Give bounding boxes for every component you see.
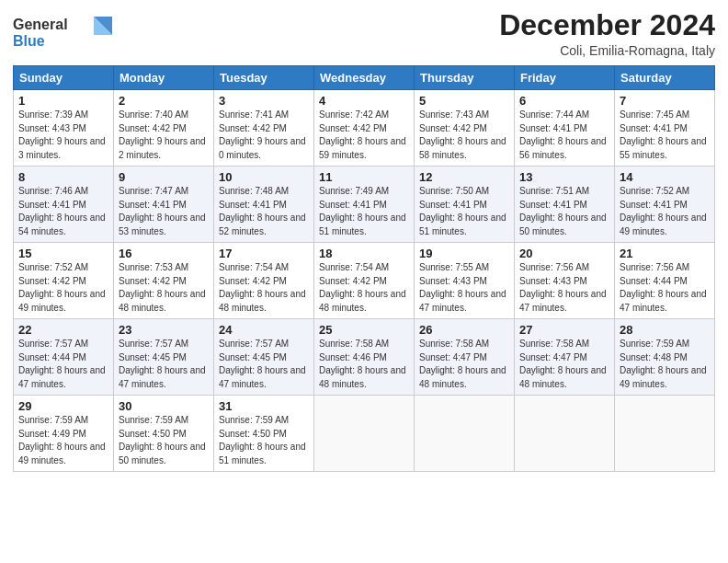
day-number: 4 — [319, 94, 409, 108]
calendar-cell: 30 Sunrise: 7:59 AMSunset: 4:50 PMDaylig… — [114, 396, 214, 472]
calendar-cell: 11 Sunrise: 7:49 AMSunset: 4:41 PMDaylig… — [314, 167, 415, 243]
header: General Blue December 2024 Coli, Emilia-… — [13, 9, 715, 58]
calendar-cell: 14 Sunrise: 7:52 AMSunset: 4:41 PMDaylig… — [615, 167, 715, 243]
calendar-cell: 28 Sunrise: 7:59 AMSunset: 4:48 PMDaylig… — [615, 319, 715, 396]
calendar-week-row: 8 Sunrise: 7:46 AMSunset: 4:41 PMDayligh… — [14, 167, 715, 243]
day-number: 8 — [18, 170, 108, 184]
day-info: Sunrise: 7:59 AMSunset: 4:49 PMDaylight:… — [18, 414, 108, 467]
day-info: Sunrise: 7:53 AMSunset: 4:42 PMDaylight:… — [119, 261, 209, 315]
day-info: Sunrise: 7:52 AMSunset: 4:41 PMDaylight:… — [620, 185, 710, 238]
calendar-cell — [515, 396, 615, 472]
day-info: Sunrise: 7:59 AMSunset: 4:50 PMDaylight:… — [219, 414, 309, 467]
calendar-cell — [415, 396, 515, 472]
day-number: 13 — [519, 170, 609, 184]
calendar-cell: 10 Sunrise: 7:48 AMSunset: 4:41 PMDaylig… — [214, 167, 314, 243]
day-info: Sunrise: 7:59 AMSunset: 4:48 PMDaylight:… — [620, 338, 710, 391]
calendar-header-row: SundayMondayTuesdayWednesdayThursdayFrid… — [14, 66, 715, 90]
day-number: 23 — [119, 323, 209, 337]
day-info: Sunrise: 7:51 AMSunset: 4:41 PMDaylight:… — [519, 185, 609, 238]
day-info: Sunrise: 7:52 AMSunset: 4:42 PMDaylight:… — [18, 261, 108, 315]
calendar-cell: 6 Sunrise: 7:44 AMSunset: 4:41 PMDayligh… — [515, 90, 615, 167]
day-info: Sunrise: 7:56 AMSunset: 4:43 PMDaylight:… — [519, 261, 609, 315]
calendar-header-tuesday: Tuesday — [214, 66, 314, 90]
day-info: Sunrise: 7:57 AMSunset: 4:44 PMDaylight:… — [18, 338, 108, 391]
day-number: 12 — [419, 170, 509, 184]
day-info: Sunrise: 7:45 AMSunset: 4:41 PMDaylight:… — [620, 109, 710, 162]
day-number: 21 — [620, 247, 710, 260]
day-number: 5 — [419, 94, 509, 108]
day-info: Sunrise: 7:57 AMSunset: 4:45 PMDaylight:… — [219, 338, 309, 391]
calendar-cell: 7 Sunrise: 7:45 AMSunset: 4:41 PMDayligh… — [615, 90, 715, 167]
calendar-cell: 25 Sunrise: 7:58 AMSunset: 4:46 PMDaylig… — [314, 319, 415, 396]
calendar-cell: 2 Sunrise: 7:40 AMSunset: 4:42 PMDayligh… — [114, 90, 214, 167]
day-info: Sunrise: 7:42 AMSunset: 4:42 PMDaylight:… — [319, 109, 409, 162]
day-number: 3 — [219, 94, 309, 108]
calendar-header-saturday: Saturday — [615, 66, 715, 90]
day-info: Sunrise: 7:54 AMSunset: 4:42 PMDaylight:… — [319, 261, 409, 315]
calendar-cell: 21 Sunrise: 7:56 AMSunset: 4:44 PMDaylig… — [615, 243, 715, 319]
calendar-cell: 4 Sunrise: 7:42 AMSunset: 4:42 PMDayligh… — [314, 90, 415, 167]
calendar-header-sunday: Sunday — [14, 66, 114, 90]
day-number: 19 — [419, 247, 509, 260]
calendar-header-wednesday: Wednesday — [314, 66, 415, 90]
calendar-week-row: 15 Sunrise: 7:52 AMSunset: 4:42 PMDaylig… — [14, 243, 715, 319]
calendar-cell: 19 Sunrise: 7:55 AMSunset: 4:43 PMDaylig… — [415, 243, 515, 319]
day-number: 11 — [319, 170, 409, 184]
calendar-cell: 20 Sunrise: 7:56 AMSunset: 4:43 PMDaylig… — [515, 243, 615, 319]
day-info: Sunrise: 7:43 AMSunset: 4:42 PMDaylight:… — [419, 109, 509, 162]
calendar-cell: 27 Sunrise: 7:58 AMSunset: 4:47 PMDaylig… — [515, 319, 615, 396]
day-number: 26 — [419, 323, 509, 337]
day-info: Sunrise: 7:48 AMSunset: 4:41 PMDaylight:… — [219, 185, 309, 238]
day-info: Sunrise: 7:55 AMSunset: 4:43 PMDaylight:… — [419, 261, 509, 315]
day-number: 25 — [319, 323, 409, 337]
day-number: 24 — [219, 323, 309, 337]
day-number: 15 — [18, 247, 108, 260]
svg-text:Blue: Blue — [13, 33, 45, 49]
calendar-cell: 24 Sunrise: 7:57 AMSunset: 4:45 PMDaylig… — [214, 319, 314, 396]
day-info: Sunrise: 7:50 AMSunset: 4:41 PMDaylight:… — [419, 185, 509, 238]
calendar-cell: 23 Sunrise: 7:57 AMSunset: 4:45 PMDaylig… — [114, 319, 214, 396]
calendar-cell — [615, 396, 715, 472]
day-number: 14 — [620, 170, 710, 184]
day-number: 30 — [119, 399, 209, 413]
day-info: Sunrise: 7:58 AMSunset: 4:47 PMDaylight:… — [419, 338, 509, 391]
day-info: Sunrise: 7:39 AMSunset: 4:43 PMDaylight:… — [18, 109, 108, 162]
calendar-cell: 16 Sunrise: 7:53 AMSunset: 4:42 PMDaylig… — [114, 243, 214, 319]
calendar-cell: 29 Sunrise: 7:59 AMSunset: 4:49 PMDaylig… — [14, 396, 114, 472]
day-info: Sunrise: 7:44 AMSunset: 4:41 PMDaylight:… — [519, 109, 609, 162]
calendar-cell: 12 Sunrise: 7:50 AMSunset: 4:41 PMDaylig… — [415, 167, 515, 243]
calendar-cell: 22 Sunrise: 7:57 AMSunset: 4:44 PMDaylig… — [14, 319, 114, 396]
day-info: Sunrise: 7:56 AMSunset: 4:44 PMDaylight:… — [620, 261, 710, 315]
logo: General Blue — [13, 13, 114, 57]
day-info: Sunrise: 7:54 AMSunset: 4:42 PMDaylight:… — [219, 261, 309, 315]
day-number: 9 — [119, 170, 209, 184]
calendar-week-row: 22 Sunrise: 7:57 AMSunset: 4:44 PMDaylig… — [14, 319, 715, 396]
day-info: Sunrise: 7:58 AMSunset: 4:47 PMDaylight:… — [519, 338, 609, 391]
calendar-header-monday: Monday — [114, 66, 214, 90]
calendar-cell: 9 Sunrise: 7:47 AMSunset: 4:41 PMDayligh… — [114, 167, 214, 243]
day-number: 2 — [119, 94, 209, 108]
subtitle: Coli, Emilia-Romagna, Italy — [499, 43, 715, 58]
calendar-week-row: 1 Sunrise: 7:39 AMSunset: 4:43 PMDayligh… — [14, 90, 715, 167]
day-info: Sunrise: 7:49 AMSunset: 4:41 PMDaylight:… — [319, 185, 409, 238]
day-info: Sunrise: 7:41 AMSunset: 4:42 PMDaylight:… — [219, 109, 309, 162]
day-info: Sunrise: 7:57 AMSunset: 4:45 PMDaylight:… — [119, 338, 209, 391]
logo-text-block: General Blue — [13, 13, 114, 57]
calendar-cell — [314, 396, 415, 472]
calendar-header-friday: Friday — [515, 66, 615, 90]
general-blue-logo: General Blue — [13, 13, 114, 53]
calendar-table: SundayMondayTuesdayWednesdayThursdayFrid… — [13, 65, 715, 472]
calendar-cell: 15 Sunrise: 7:52 AMSunset: 4:42 PMDaylig… — [14, 243, 114, 319]
day-info: Sunrise: 7:47 AMSunset: 4:41 PMDaylight:… — [119, 185, 209, 238]
day-info: Sunrise: 7:58 AMSunset: 4:46 PMDaylight:… — [319, 338, 409, 391]
day-number: 16 — [119, 247, 209, 260]
calendar-cell: 1 Sunrise: 7:39 AMSunset: 4:43 PMDayligh… — [14, 90, 114, 167]
day-number: 6 — [519, 94, 609, 108]
day-number: 22 — [18, 323, 108, 337]
calendar-cell: 5 Sunrise: 7:43 AMSunset: 4:42 PMDayligh… — [415, 90, 515, 167]
calendar-cell: 17 Sunrise: 7:54 AMSunset: 4:42 PMDaylig… — [214, 243, 314, 319]
day-number: 1 — [18, 94, 108, 108]
day-number: 31 — [219, 399, 309, 413]
calendar-week-row: 29 Sunrise: 7:59 AMSunset: 4:49 PMDaylig… — [14, 396, 715, 472]
svg-text:General: General — [13, 17, 68, 32]
